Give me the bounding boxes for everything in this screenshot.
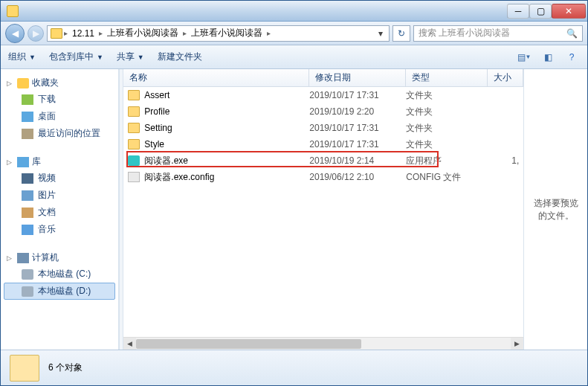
organize-menu[interactable]: 组织 ▼ xyxy=(8,51,36,63)
sidebar-favorites-header[interactable]: ▷ 收藏夹 xyxy=(4,75,115,91)
file-type: 文件夹 xyxy=(406,122,488,135)
mus-icon xyxy=(22,225,33,235)
desk-icon xyxy=(22,112,33,122)
sidebar-item-favorites[interactable]: 桌面 xyxy=(4,108,115,125)
sidebar-item-label: 文档 xyxy=(38,206,56,219)
status-bar: 6 个对象 xyxy=(1,350,587,385)
star-icon xyxy=(17,78,29,89)
file-name: Assert xyxy=(144,90,169,100)
sidebar-item-label: 图片 xyxy=(38,189,56,202)
sidebar-item-favorites[interactable]: 最近访问的位置 xyxy=(4,125,115,142)
sidebar-libraries-header[interactable]: ▷ 库 xyxy=(4,154,115,170)
nav-back-button[interactable]: ◀ xyxy=(5,24,25,43)
chevron-right-icon[interactable]: ▸ xyxy=(267,29,271,37)
column-size[interactable]: 大小 xyxy=(488,69,523,86)
new-folder-button[interactable]: 新建文件夹 xyxy=(158,51,202,63)
diskd-icon xyxy=(22,286,33,297)
folder-icon xyxy=(128,106,140,117)
sidebar-item-label: 本地磁盘 (C:) xyxy=(38,268,91,280)
pic-icon xyxy=(22,190,33,201)
file-name: Setting xyxy=(144,123,172,133)
nav-forward-button[interactable]: ▶ xyxy=(28,25,44,42)
file-row[interactable]: Style2019/10/17 17:31文件夹 xyxy=(123,136,523,152)
file-name: Profile xyxy=(144,106,169,117)
library-icon xyxy=(17,157,29,167)
chevron-right-icon[interactable]: ▸ xyxy=(183,29,187,37)
breadcrumb-item[interactable]: 12.11 xyxy=(69,28,97,39)
maximize-button[interactable]: ▢ xyxy=(529,4,552,19)
breadcrumb[interactable]: ▸ 12.11 ▸ 上班看小说阅读器 ▸ 上班看小说阅读器 ▸ ▾ xyxy=(47,25,390,42)
scroll-track[interactable] xyxy=(136,338,511,350)
sidebar-computer-header[interactable]: ▷ 计算机 xyxy=(4,250,115,266)
doc-icon xyxy=(22,208,33,218)
breadcrumb-item[interactable]: 上班看小说阅读器 xyxy=(188,27,265,39)
recent-icon xyxy=(22,129,33,139)
window-controls: ─ ▢ ✕ xyxy=(507,4,586,19)
file-row[interactable]: Profile2019/10/19 2:20文件夹 xyxy=(123,103,523,120)
close-button[interactable]: ✕ xyxy=(552,4,586,19)
file-row[interactable]: Assert2019/10/17 17:31文件夹 xyxy=(123,87,523,103)
view-options-button[interactable]: ▤ ▼ xyxy=(516,50,532,65)
sidebar-item-libraries[interactable]: 文档 xyxy=(4,204,115,221)
sidebar-item-favorites[interactable]: 下载 xyxy=(4,91,115,108)
file-type: CONFIG 文件 xyxy=(406,171,488,184)
address-bar: ◀ ▶ ▸ 12.11 ▸ 上班看小说阅读器 ▸ 上班看小说阅读器 ▸ ▾ ↻ … xyxy=(1,22,587,45)
scroll-right-button[interactable]: ▶ xyxy=(511,338,523,350)
help-button[interactable]: ? xyxy=(563,50,580,65)
file-type: 文件夹 xyxy=(406,106,488,118)
sidebar-item-label: 桌面 xyxy=(38,110,56,123)
search-input[interactable]: 搜索 上班看小说阅读器 🔍 xyxy=(413,25,583,42)
include-library-menu[interactable]: 包含到库中 ▼ xyxy=(49,51,103,63)
diskc-icon xyxy=(22,269,33,280)
scroll-left-button[interactable]: ◀ xyxy=(123,338,136,350)
chevron-right-icon[interactable]: ▸ xyxy=(64,29,68,37)
expand-icon: ▷ xyxy=(7,158,14,166)
sidebar-item-libraries[interactable]: 图片 xyxy=(4,187,115,204)
sidebar-item-label: 下载 xyxy=(38,93,56,106)
scroll-thumb[interactable] xyxy=(136,339,361,349)
file-name: 阅读器.exe.config xyxy=(144,171,214,184)
computer-icon xyxy=(17,253,29,263)
folder-icon xyxy=(10,355,39,382)
breadcrumb-dropdown[interactable]: ▾ xyxy=(375,28,386,39)
sidebar-item-libraries[interactable]: 音乐 xyxy=(4,221,115,238)
folder-icon xyxy=(128,123,140,133)
file-type: 应用程序 xyxy=(406,155,488,167)
file-row[interactable]: Setting2019/10/17 17:31文件夹 xyxy=(123,120,523,136)
minimize-button[interactable]: ─ xyxy=(507,4,529,19)
chevron-down-icon: ▼ xyxy=(138,54,144,61)
toolbar: 组织 ▼ 包含到库中 ▼ 共享 ▼ 新建文件夹 ▤ ▼ ◧ ? xyxy=(1,45,587,69)
sidebar-item-libraries[interactable]: 视频 xyxy=(4,170,115,187)
sidebar-item-computer[interactable]: 本地磁盘 (C:) xyxy=(4,266,115,283)
sidebar-item-label: 最近访问的位置 xyxy=(38,127,100,140)
file-row[interactable]: 阅读器.exe.config2019/06/12 2:10CONFIG 文件 xyxy=(123,169,523,185)
file-date: 2019/10/19 2:20 xyxy=(309,106,406,117)
folder-icon xyxy=(128,90,140,100)
file-list[interactable]: Assert2019/10/17 17:31文件夹Profile2019/10/… xyxy=(123,87,523,337)
preview-empty-text: 选择要预览的文件。 xyxy=(530,197,581,222)
exe-icon xyxy=(128,155,140,166)
column-type[interactable]: 类型 xyxy=(406,69,488,86)
preview-pane-button[interactable]: ◧ xyxy=(540,50,556,65)
chevron-right-icon[interactable]: ▸ xyxy=(99,29,103,37)
folder-icon xyxy=(51,28,62,39)
file-list-area: 名称 修改日期 类型 大小 Assert2019/10/17 17:31文件夹P… xyxy=(123,69,523,350)
file-date: 2019/10/19 2:14 xyxy=(309,155,406,166)
column-date[interactable]: 修改日期 xyxy=(309,69,406,86)
folder-icon xyxy=(128,139,140,149)
column-headers: 名称 修改日期 类型 大小 xyxy=(123,69,523,87)
share-menu[interactable]: 共享 ▼ xyxy=(117,51,144,63)
refresh-button[interactable]: ↻ xyxy=(392,25,410,42)
file-date: 2019/10/17 17:31 xyxy=(309,139,406,149)
sidebar-item-computer[interactable]: 本地磁盘 (D:) xyxy=(4,283,115,300)
folder-icon xyxy=(7,5,19,17)
column-name[interactable]: 名称 xyxy=(123,69,309,86)
file-row[interactable]: 阅读器.exe2019/10/19 2:14应用程序1, xyxy=(123,152,523,169)
titlebar: ─ ▢ ✕ xyxy=(1,1,587,22)
status-count: 6 个对象 xyxy=(48,361,83,374)
search-icon: 🔍 xyxy=(566,28,578,39)
sidebar-item-label: 音乐 xyxy=(38,223,56,236)
horizontal-scrollbar[interactable]: ◀ ▶ xyxy=(123,337,523,350)
file-date: 2019/10/17 17:31 xyxy=(309,123,406,133)
breadcrumb-item[interactable]: 上班看小说阅读器 xyxy=(104,27,181,39)
